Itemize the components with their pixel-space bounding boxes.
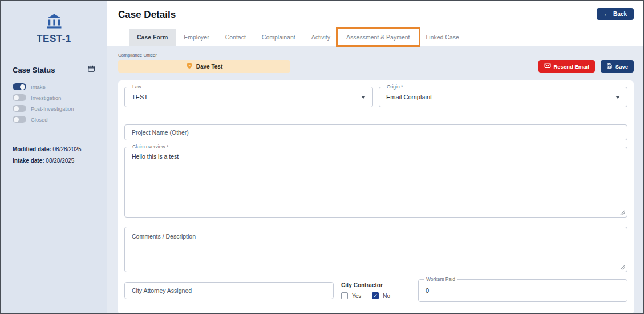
email-icon (544, 62, 551, 70)
status-label: Intake (31, 84, 46, 90)
claim-overview-label: Claim overview * (130, 144, 171, 150)
status-item-intake: Intake (13, 83, 95, 90)
shield-icon (186, 62, 193, 70)
checkbox-yes[interactable] (341, 292, 348, 299)
tab-label: Employer (184, 34, 209, 41)
status-list: Intake Investigation Post-Investigation … (7, 77, 101, 131)
case-status-title: Case Status (13, 66, 55, 74)
status-label: Closed (31, 116, 48, 123)
status-label: Investigation (31, 95, 61, 101)
status-item-closed: Closed (13, 116, 95, 123)
save-button-label: Save (615, 63, 628, 70)
intake-date-row: Intake date: 08/28/2025 (7, 152, 101, 164)
back-button[interactable]: ← Back (597, 8, 634, 20)
comments-textarea[interactable]: Comments / Description (124, 227, 627, 272)
city-attorney-input[interactable]: City Attorney Assigned (124, 282, 334, 299)
compliance-officer-label: Compliance Officer (118, 53, 634, 58)
sidebar-divider (8, 55, 100, 55)
case-form-card: Law TEST Origin * Email Complaint Projec… (118, 80, 634, 313)
save-button[interactable]: Save (601, 60, 634, 73)
resize-grip-icon[interactable] (620, 210, 625, 215)
workers-paid-label: Workers Paid (424, 276, 457, 282)
resend-email-label: Resend Email (554, 63, 589, 70)
sidebar: TEST-1 Case Status Intake Investigatio (1, 1, 107, 313)
tab-activity[interactable]: Activity (303, 29, 338, 46)
checkbox-yes-label: Yes (352, 293, 361, 299)
checkbox-no-label: No (383, 293, 390, 299)
case-details-page: TEST-1 Case Status Intake Investigatio (0, 0, 644, 314)
law-value: TEST (125, 94, 361, 100)
claim-overview-textarea[interactable]: Claim overview * Hello this is a test (124, 147, 627, 218)
back-button-label: Back (613, 11, 627, 17)
resize-grip-icon[interactable] (620, 265, 625, 270)
content-area: Compliance Officer Dave Test (107, 46, 643, 313)
chevron-down-icon (361, 96, 366, 99)
city-attorney-placeholder: City Attorney Assigned (125, 287, 199, 294)
toggle-closed[interactable] (13, 116, 26, 123)
toggle-post-investigation[interactable] (13, 105, 26, 112)
toggle-knob (14, 117, 19, 122)
case-status-header: Case Status (7, 60, 101, 77)
tab-bar: Case Form Employer Contact Complainant A… (118, 29, 634, 46)
card-divider (118, 115, 634, 115)
tab-linked-case[interactable]: Linked Case (418, 29, 467, 46)
toggle-investigation[interactable] (13, 94, 26, 101)
toggle-intake[interactable] (13, 83, 26, 90)
save-icon (606, 63, 613, 70)
law-origin-row: Law TEST Origin * Email Complaint (124, 87, 627, 107)
status-item-post-investigation: Post-Investigation (13, 105, 95, 112)
project-name-placeholder: Project Name (Other) (125, 129, 196, 136)
workers-paid-input[interactable]: Workers Paid 0 (418, 279, 627, 302)
tab-label: Contact (225, 34, 246, 41)
tab-contact[interactable]: Contact (217, 29, 254, 46)
case-id: TEST-1 (7, 33, 101, 45)
project-name-input[interactable]: Project Name (Other) (124, 124, 627, 140)
toggle-knob (14, 95, 19, 100)
chevron-down-icon (615, 96, 620, 99)
page-title: Case Details (118, 9, 634, 21)
tab-label: Assessment & Payment (346, 34, 410, 41)
tab-label: Case Form (137, 34, 168, 41)
toggle-knob (20, 84, 25, 90)
origin-select[interactable]: Origin * Email Complaint (379, 87, 627, 107)
brand-block: TEST-1 (7, 9, 101, 50)
toolbar-actions: Resend Email Save (538, 60, 634, 73)
intake-date-value: 08/28/2025 (46, 158, 74, 164)
workers-paid-value: 0 (419, 287, 436, 294)
checkbox-no[interactable]: ✓ (372, 292, 379, 299)
tab-complainant[interactable]: Complainant (254, 29, 303, 46)
officer-chip-label: Dave Test (196, 63, 223, 70)
origin-label: Origin * (384, 84, 405, 90)
main-header: Case Details ← Back Case Form Employer C… (107, 1, 643, 46)
comments-placeholder: Comments / Description (125, 233, 202, 240)
bottom-form-row: City Attorney Assigned City Contractor Y… (124, 279, 627, 302)
claim-overview-value: Hello this is a test (125, 147, 627, 166)
officer-toolbar-row: Dave Test Resend Email (118, 60, 634, 73)
tab-label: Activity (311, 34, 330, 41)
tab-employer[interactable]: Employer (176, 29, 217, 46)
main-panel: Case Details ← Back Case Form Employer C… (107, 1, 643, 313)
tab-label: Linked Case (426, 34, 459, 41)
city-contractor-options: Yes ✓ No (341, 292, 415, 299)
back-arrow-icon: ← (604, 11, 610, 17)
intake-date-label: Intake date: (13, 158, 44, 164)
modified-date-label: Modified date: (13, 146, 51, 152)
origin-value: Email Complaint (379, 94, 615, 100)
status-item-investigation: Investigation (13, 94, 95, 101)
law-label: Law (130, 84, 144, 90)
calendar-icon[interactable] (87, 65, 95, 75)
law-select[interactable]: Law TEST (124, 87, 373, 107)
modified-date-row: Modified date: 08/28/2025 (7, 141, 101, 152)
bank-icon (44, 22, 64, 31)
tab-assessment-payment[interactable]: Assessment & Payment (338, 29, 418, 46)
resend-email-button[interactable]: Resend Email (538, 60, 595, 73)
city-contractor-group: City Contractor Yes ✓ No (341, 282, 415, 299)
city-contractor-label: City Contractor (341, 282, 415, 288)
modified-date-value: 08/28/2025 (53, 146, 82, 152)
status-label: Post-Investigation (31, 106, 74, 112)
toggle-knob (14, 106, 19, 111)
sidebar-divider (8, 136, 100, 136)
officer-chip[interactable]: Dave Test (118, 60, 290, 73)
tab-label: Complainant (262, 34, 295, 41)
tab-case-form[interactable]: Case Form (129, 29, 176, 46)
